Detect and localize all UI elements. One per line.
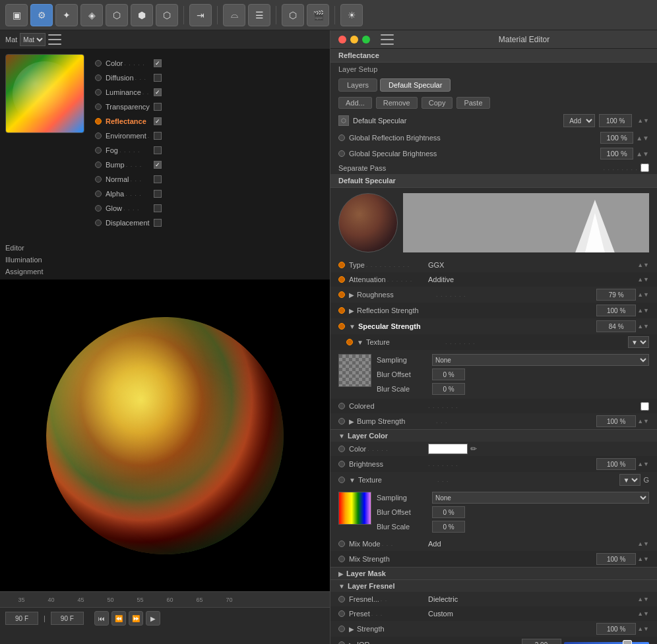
frame-input-b[interactable] — [51, 612, 84, 625]
playback-next[interactable]: ⏩ — [129, 611, 143, 626]
channel-radio-diffusion[interactable] — [95, 74, 102, 81]
channel-displacement[interactable]: Displacement — [95, 216, 162, 229]
window-close[interactable] — [338, 36, 346, 44]
toolbar-btn-10[interactable]: ☰ — [248, 4, 270, 26]
ior-thumb[interactable] — [623, 640, 632, 644]
layer-mask-section[interactable]: ▶ Layer Mask — [330, 567, 657, 579]
channel-check-luminance[interactable]: ✓ — [154, 88, 162, 96]
texture2-select[interactable]: ▼ — [619, 474, 641, 486]
brightness-input[interactable] — [596, 458, 636, 470]
channel-check-bump[interactable]: ✓ — [154, 161, 162, 169]
channel-radio-glow[interactable] — [95, 205, 102, 212]
layer-default-specular-row[interactable]: ⬡ Default Specular Add ▲▼ — [330, 111, 657, 130]
layer-pct-input[interactable] — [599, 114, 632, 127]
bump-expand[interactable]: ▶ — [349, 418, 354, 425]
channel-radio-displacement[interactable] — [95, 220, 102, 226]
layer-fresnel-section[interactable]: ▼ Layer Fresnel — [330, 579, 657, 592]
mix-strength-input[interactable] — [596, 553, 636, 565]
toolbar-btn-3[interactable]: ✦ — [55, 4, 78, 26]
blur-offset-input[interactable] — [432, 368, 465, 380]
toolbar-btn-11[interactable]: ⬡ — [282, 4, 304, 26]
channel-bump[interactable]: Bump . . . . ✓ — [95, 158, 162, 171]
viewport[interactable] — [0, 279, 330, 591]
mat-menu-btn[interactable] — [48, 34, 61, 45]
nav-editor[interactable]: Editor — [5, 243, 325, 253]
bump-strength-input[interactable] — [596, 415, 636, 427]
playback-play[interactable]: ▶ — [146, 611, 160, 626]
roughness-input[interactable] — [596, 289, 636, 301]
sampling2-select[interactable]: None — [432, 492, 649, 504]
channel-radio-alpha[interactable] — [95, 190, 102, 197]
channel-transparency[interactable]: Transparency — [95, 100, 162, 113]
channel-check-reflectance[interactable]: ✓ — [154, 117, 162, 125]
texture-select[interactable]: ▼ — [628, 336, 649, 348]
channel-radio-fog[interactable] — [95, 147, 102, 154]
remove-btn[interactable]: Remove — [376, 97, 418, 109]
eyedropper-icon[interactable]: ✏ — [470, 444, 477, 454]
toolbar-btn-12[interactable]: 🎬 — [307, 4, 329, 26]
nav-assignment[interactable]: Assignment — [5, 266, 325, 277]
reflection-expand[interactable]: ▶ — [349, 307, 354, 314]
channel-check-environment[interactable] — [154, 132, 162, 140]
panel-content[interactable]: Reflectance Layer Setup Layers Default S… — [330, 49, 657, 644]
colored-check[interactable] — [641, 402, 649, 411]
specular-expand[interactable]: ▼ — [349, 323, 356, 330]
playback-prev[interactable]: ⏪ — [111, 611, 126, 626]
channel-luminance[interactable]: Luminance . . ✓ — [95, 86, 162, 99]
toolbar-btn-light[interactable]: ☀ — [340, 4, 363, 26]
toolbar-btn-8[interactable]: ⇥ — [189, 4, 212, 26]
toolbar-btn-2[interactable]: ⚙ — [30, 4, 53, 26]
channel-radio-color[interactable] — [95, 60, 102, 67]
add-btn[interactable]: Add... — [338, 97, 372, 109]
ior-expand[interactable]: ▶ — [349, 641, 354, 645]
texture2-go[interactable]: G — [643, 476, 649, 484]
copy-btn[interactable]: Copy — [422, 97, 453, 109]
channel-diffusion[interactable]: Diffusion . . . — [95, 71, 162, 84]
toolbar-btn-5[interactable]: ⬡ — [106, 4, 128, 26]
tab-layers[interactable]: Layers — [338, 78, 377, 92]
channel-fog[interactable]: Fog . . . . . — [95, 144, 162, 157]
layer-color-section[interactable]: ▼ Layer Color — [330, 429, 657, 442]
channel-check-color[interactable]: ✓ — [154, 59, 162, 67]
toolbar-btn-6[interactable]: ⬢ — [131, 4, 153, 26]
ior-input[interactable] — [522, 639, 561, 644]
blur-scale-input[interactable] — [432, 383, 465, 395]
channel-glow[interactable]: Glow . . . . — [95, 202, 162, 215]
sampling-select[interactable]: None — [432, 354, 649, 366]
toolbar-btn-9[interactable]: ⌓ — [223, 4, 245, 26]
channel-check-displacement[interactable] — [154, 219, 162, 227]
channel-color[interactable]: Color . . . . . ✓ — [95, 57, 162, 70]
channel-radio-bump[interactable] — [95, 161, 102, 168]
texture-expand[interactable]: ▼ — [357, 339, 363, 346]
channel-radio-reflectance[interactable] — [95, 118, 102, 125]
channel-check-transparency[interactable] — [154, 103, 162, 111]
channel-environment[interactable]: Environment . — [95, 129, 162, 142]
toolbar-btn-7[interactable]: ⬡ — [156, 4, 178, 26]
playback-start[interactable]: ⏮ — [94, 611, 109, 626]
window-maximize[interactable] — [362, 36, 370, 44]
paste-btn[interactable]: Paste — [456, 97, 489, 109]
nav-illumination[interactable]: Illumination — [5, 254, 325, 265]
channel-check-fog[interactable] — [154, 146, 162, 154]
channel-alpha[interactable]: Alpha . . . . — [95, 187, 162, 200]
channel-check-glow[interactable] — [154, 204, 162, 212]
toolbar-btn-1[interactable]: ▣ — [5, 4, 28, 26]
reflection-strength-input[interactable] — [596, 305, 636, 316]
strength-expand[interactable]: ▶ — [349, 626, 354, 633]
global-specular-val[interactable]: 100 % — [600, 148, 633, 160]
strength-input[interactable] — [596, 623, 636, 635]
layer-blend-select[interactable]: Add — [563, 114, 595, 127]
channel-check-normal[interactable] — [154, 175, 162, 183]
channel-normal[interactable]: Normal . . . — [95, 173, 162, 186]
color-swatch[interactable] — [428, 444, 468, 454]
channel-radio-normal[interactable] — [95, 176, 102, 183]
roughness-expand[interactable]: ▶ — [349, 291, 354, 299]
texture2-expand[interactable]: ▼ — [349, 477, 356, 484]
channel-radio-luminance[interactable] — [95, 89, 102, 96]
channel-radio-transparency[interactable] — [95, 103, 102, 110]
blur-offset2-input[interactable] — [432, 506, 465, 518]
toolbar-btn-4[interactable]: ◈ — [80, 4, 103, 26]
frame-input-a[interactable] — [5, 612, 38, 625]
mat-select[interactable]: Mat — [20, 33, 46, 46]
separate-pass-check[interactable] — [641, 163, 649, 172]
